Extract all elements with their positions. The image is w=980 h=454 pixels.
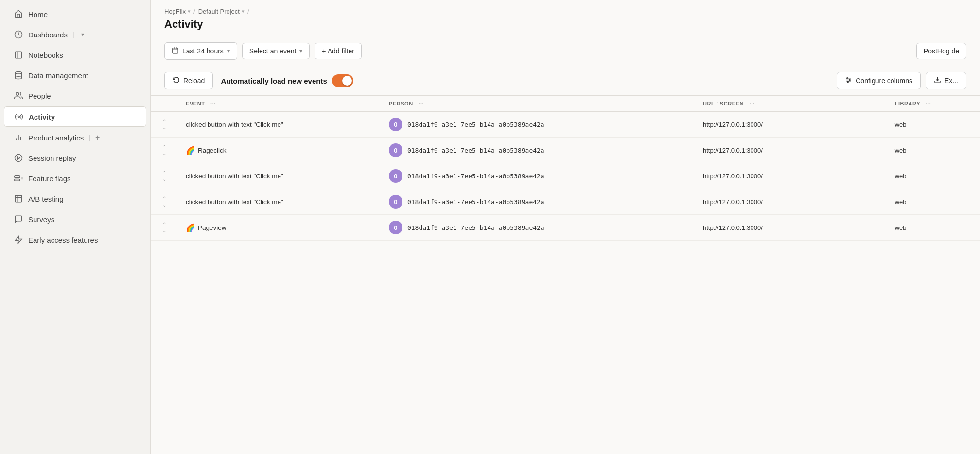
sidebar-item-label: Activity xyxy=(29,113,55,121)
export-button[interactable]: Ex... xyxy=(926,72,966,89)
table-row[interactable]: ⌃ ⌄ 🌈Rageclick 0 018da1f9-a3e1-7ee5-b14a… xyxy=(151,138,980,163)
svg-point-24 xyxy=(847,81,849,83)
person-cell[interactable]: 0 018da1f9-a3e1-7ee5-b14a-a0b5389ae42a xyxy=(389,118,687,131)
person-cell[interactable]: 0 018da1f9-a3e1-7ee5-b14a-a0b5389ae42a xyxy=(389,195,687,209)
person-id: 018da1f9-a3e1-7ee5-b14a-a0b5389ae42a xyxy=(407,121,544,128)
chevron-down-icon[interactable]: ▾ xyxy=(81,31,84,38)
sidebar-item-product-analytics[interactable]: Product analytics | + xyxy=(4,128,146,147)
person-cell[interactable]: 0 018da1f9-a3e1-7ee5-b14a-a0b5389ae42a xyxy=(389,143,687,157)
event-name: 🌈Rageclick xyxy=(186,146,227,155)
url-cell: http://127.0.0.1:3000/ xyxy=(695,112,887,138)
row-expand-arrows[interactable]: ⌃ ⌄ xyxy=(158,119,170,130)
reload-button[interactable]: Reload xyxy=(164,72,213,89)
sidebar-item-activity[interactable]: Activity xyxy=(4,106,146,127)
calendar-icon xyxy=(172,47,179,55)
chevron-down-icon: ⌄ xyxy=(162,151,166,156)
row-expand-arrows[interactable]: ⌃ ⌄ xyxy=(158,196,170,208)
table-row[interactable]: ⌃ ⌄ clicked button with text "Click me" … xyxy=(151,189,980,215)
divider: | xyxy=(72,31,74,38)
breadcrumb-sep1: / xyxy=(193,8,195,15)
sidebar-item-data-management[interactable]: Data management xyxy=(4,66,146,85)
table-row[interactable]: ⌃ ⌄ 🌈Pageview 0 018da1f9-a3e1-7ee5-b14a-… xyxy=(151,215,980,241)
th-person: PERSON ··· xyxy=(381,96,695,112)
table-row[interactable]: ⌃ ⌄ clicked button with text "Click me" … xyxy=(151,163,980,189)
sidebar-item-early-access[interactable]: Early access features xyxy=(4,230,146,249)
sidebar: Home Dashboards | ▾ Notebooks Data manag… xyxy=(0,0,151,454)
add-filter-label: + Add filter xyxy=(322,47,354,55)
person-cell[interactable]: 0 018da1f9-a3e1-7ee5-b14a-a0b5389ae42a xyxy=(389,221,687,234)
breadcrumb-sep2: / xyxy=(247,8,249,15)
action-bar-right: Configure columns Ex... xyxy=(837,72,966,89)
sidebar-item-label: Feature flags xyxy=(28,175,71,183)
svg-point-3 xyxy=(15,72,22,74)
library-col-options[interactable]: ··· xyxy=(926,101,931,106)
sidebar-item-people[interactable]: People xyxy=(4,86,146,105)
row-expand-arrows[interactable]: ⌃ ⌄ xyxy=(158,222,170,233)
event-icon: 🌈 xyxy=(186,223,195,232)
row-expand-arrows[interactable]: ⌃ ⌄ xyxy=(158,144,170,156)
person-id: 018da1f9-a3e1-7ee5-b14a-a0b5389ae42a xyxy=(407,147,544,154)
reload-label: Reload xyxy=(183,77,205,85)
filter-toolbar: Last 24 hours ▾ Select an event ▾ + Add … xyxy=(151,38,980,66)
avatar: 0 xyxy=(389,143,402,157)
people-icon xyxy=(14,91,23,101)
events-table-area: EVENT ··· PERSON ··· URL / SCREEN ··· LI… xyxy=(151,96,980,454)
sidebar-item-home[interactable]: Home xyxy=(4,4,146,24)
url-col-options[interactable]: ··· xyxy=(750,101,755,106)
replay-icon xyxy=(14,153,23,163)
event-col-options[interactable]: ··· xyxy=(210,101,216,106)
table-body: ⌃ ⌄ clicked button with text "Click me" … xyxy=(151,112,980,241)
sidebar-item-label: Early access features xyxy=(28,236,98,244)
add-filter-button[interactable]: + Add filter xyxy=(315,43,362,59)
sidebar-item-feature-flags[interactable]: Feature flags xyxy=(4,169,146,188)
table-row[interactable]: ⌃ ⌄ clicked button with text "Click me" … xyxy=(151,112,980,138)
person-id: 018da1f9-a3e1-7ee5-b14a-a0b5389ae42a xyxy=(407,198,544,206)
library-cell: web xyxy=(887,112,980,138)
sidebar-item-label: Data management xyxy=(28,71,88,80)
main-content: HogFlix ▾ / Default Project ▾ / Activity… xyxy=(151,0,980,454)
sidebar-item-surveys[interactable]: Surveys xyxy=(4,210,146,229)
time-filter-label: Last 24 hours xyxy=(182,47,224,55)
dashboard-icon xyxy=(14,30,23,39)
sidebar-item-dashboards[interactable]: Dashboards | ▾ xyxy=(4,25,146,44)
row-expand-arrows[interactable]: ⌃ ⌄ xyxy=(158,170,170,182)
breadcrumb-org[interactable]: HogFlix ▾ xyxy=(164,8,191,15)
chevron-down-icon: ▾ xyxy=(227,48,230,54)
configure-columns-button[interactable]: Configure columns xyxy=(837,72,921,89)
posthog-dest-button[interactable]: PostHog de xyxy=(916,43,966,59)
activity-icon xyxy=(14,112,24,122)
sidebar-item-session-replay[interactable]: Session replay xyxy=(4,148,146,168)
toggle-knob xyxy=(342,76,352,86)
avatar: 0 xyxy=(389,169,402,183)
person-id: 018da1f9-a3e1-7ee5-b14a-a0b5389ae42a xyxy=(407,173,544,180)
chevron-up-icon: ⌃ xyxy=(162,144,166,150)
url-cell: http://127.0.0.1:3000/ xyxy=(695,163,887,189)
svg-rect-11 xyxy=(15,176,20,178)
chevron-up-icon: ⌃ xyxy=(162,170,166,175)
event-filter-button[interactable]: Select an event ▾ xyxy=(242,43,310,59)
chevron-up-icon: ⌃ xyxy=(162,196,166,201)
person-cell[interactable]: 0 018da1f9-a3e1-7ee5-b14a-a0b5389ae42a xyxy=(389,169,687,183)
sidebar-item-ab-testing[interactable]: A/B testing xyxy=(4,189,146,209)
th-event: EVENT ··· xyxy=(178,96,381,112)
auto-load-label: Automatically load new events xyxy=(221,77,327,85)
chevron-down-icon: ▾ xyxy=(242,8,245,15)
breadcrumb: HogFlix ▾ / Default Project ▾ / xyxy=(151,0,980,17)
svg-marker-10 xyxy=(18,157,20,159)
divider: | xyxy=(88,134,90,141)
export-icon xyxy=(934,76,941,85)
plus-icon[interactable]: + xyxy=(95,133,100,142)
chevron-down-icon: ▾ xyxy=(299,48,302,54)
auto-load-toggle[interactable] xyxy=(332,74,353,87)
sidebar-item-notebooks[interactable]: Notebooks xyxy=(4,45,146,65)
sidebar-item-label: Surveys xyxy=(28,215,54,224)
chevron-down-icon: ⌄ xyxy=(162,176,166,182)
svg-rect-15 xyxy=(173,48,178,53)
person-col-options[interactable]: ··· xyxy=(419,101,424,106)
sidebar-item-label: A/B testing xyxy=(28,195,64,203)
time-filter-button[interactable]: Last 24 hours ▾ xyxy=(164,42,237,60)
svg-point-5 xyxy=(18,116,20,118)
posthog-dest-label: PostHog de xyxy=(924,47,959,55)
breadcrumb-project[interactable]: Default Project ▾ xyxy=(198,8,245,15)
th-library: LIBRARY ··· xyxy=(887,96,980,112)
